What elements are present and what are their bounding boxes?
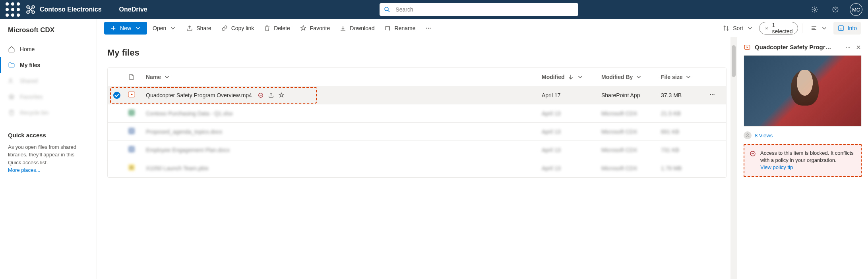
- file-name[interactable]: Contoso Purchasing Data - Q1.xlsx: [146, 110, 233, 117]
- info-icon: [837, 25, 845, 32]
- svg-point-25: [712, 94, 713, 95]
- nav-home[interactable]: Home: [0, 41, 97, 57]
- copy-link-button[interactable]: Copy link: [217, 22, 258, 35]
- svg-point-14: [814, 9, 816, 11]
- file-modified: April 13: [542, 147, 601, 153]
- svg-text:W: W: [130, 147, 134, 151]
- svg-point-26: [713, 94, 714, 95]
- new-button[interactable]: New: [104, 22, 147, 35]
- word-file-icon: W: [128, 145, 136, 153]
- app-name[interactable]: OneDrive: [114, 6, 152, 13]
- blocked-icon: [749, 150, 756, 157]
- favorite-label: Favorite: [310, 25, 330, 31]
- svg-point-24: [710, 94, 711, 95]
- row-checkbox[interactable]: [113, 92, 120, 99]
- file-modified: April 13: [542, 110, 601, 117]
- col-name[interactable]: Name: [146, 73, 542, 81]
- content-region: My files Name Modified: [97, 37, 737, 279]
- star-icon: [300, 25, 307, 32]
- file-row[interactable]: Quadcopter Safety Program Overview.mp4 A…: [108, 86, 726, 104]
- col-size[interactable]: File size: [661, 73, 709, 81]
- download-icon: [339, 25, 347, 32]
- download-button[interactable]: Download: [335, 22, 378, 35]
- svg-point-19: [428, 27, 429, 28]
- favorite-button[interactable]: Favorite: [296, 22, 334, 35]
- app-launcher-button[interactable]: [3, 0, 22, 19]
- rename-label: Rename: [395, 25, 416, 31]
- nav-label: Recycle bin: [20, 110, 48, 116]
- info-button[interactable]: Info: [833, 22, 861, 35]
- chevron-down-icon: [821, 25, 828, 32]
- file-name[interactable]: Proposed_agenda_topics.docx: [146, 129, 222, 135]
- file-modified: April 17: [542, 92, 601, 98]
- grid-header: Name Modified Modified By: [108, 68, 726, 86]
- selection-count: 1 selected: [772, 22, 793, 35]
- overflow-button[interactable]: [421, 22, 436, 35]
- svg-point-18: [426, 27, 427, 28]
- close-icon[interactable]: [855, 44, 862, 50]
- svg-point-37: [849, 47, 850, 48]
- star-icon[interactable]: [278, 92, 285, 98]
- delete-button[interactable]: Delete: [260, 22, 294, 35]
- selection-pill[interactable]: 1 selected: [759, 22, 798, 35]
- share-button[interactable]: Share: [182, 22, 215, 35]
- file-modified-by: Microsoft CDX: [601, 110, 661, 117]
- chevron-down-icon: [685, 73, 692, 81]
- col-modified-by-label: Modified By: [601, 74, 633, 80]
- nav-shared[interactable]: Shared: [0, 73, 97, 89]
- chevron-down-icon: [746, 25, 754, 32]
- file-name[interactable]: X1050 Launch Team.pbix: [146, 165, 209, 171]
- file-row[interactable]: W Proposed_agenda_topics.docx April 13 M…: [108, 123, 726, 141]
- col-modified-by[interactable]: Modified By: [601, 73, 661, 81]
- sort-button[interactable]: Sort: [719, 22, 758, 35]
- file-row[interactable]: X Contoso Purchasing Data - Q1.xlsx Apri…: [108, 104, 726, 123]
- col-icon[interactable]: [128, 73, 146, 81]
- search-icon: [384, 6, 391, 13]
- close-icon: [764, 26, 769, 31]
- plus-icon: [110, 25, 117, 32]
- file-size: 1.79 MB: [661, 165, 709, 171]
- file-name[interactable]: Quadcopter Safety Program Overview.mp4: [146, 92, 252, 98]
- search-input[interactable]: [395, 6, 574, 13]
- svg-point-38: [747, 134, 748, 135]
- help-button[interactable]: [827, 0, 844, 19]
- rename-button[interactable]: Rename: [380, 22, 420, 35]
- search-box[interactable]: [380, 3, 578, 16]
- sort-icon: [723, 25, 730, 32]
- view-options-button[interactable]: [806, 22, 832, 35]
- trash-icon: [264, 25, 271, 32]
- new-label: New: [120, 25, 131, 31]
- org-brand[interactable]: Contoso Electronics: [25, 4, 111, 15]
- scrollbar[interactable]: [730, 37, 737, 279]
- video-file-icon: [744, 44, 751, 50]
- file-modified: April 13: [542, 129, 601, 135]
- video-preview[interactable]: [744, 55, 862, 127]
- blocked-icon[interactable]: [258, 92, 264, 98]
- views-link[interactable]: 8 Views: [744, 131, 862, 139]
- col-modified[interactable]: Modified: [542, 73, 601, 81]
- svg-point-3: [6, 8, 9, 11]
- search-container: [380, 3, 578, 16]
- people-icon: [8, 77, 15, 85]
- settings-button[interactable]: [806, 0, 823, 19]
- policy-link[interactable]: View policy tip: [760, 164, 793, 170]
- command-bar: New Open Share Copy link Delete Favo: [97, 19, 868, 37]
- share-icon[interactable]: [268, 92, 274, 98]
- open-button[interactable]: Open: [149, 22, 180, 35]
- file-size: 37.3 MB: [661, 92, 709, 98]
- file-row[interactable]: X1050 Launch Team.pbix April 13 Microsof…: [108, 159, 726, 177]
- nav-favorites[interactable]: Favorites: [0, 89, 97, 105]
- more-places-link[interactable]: More places...: [8, 167, 41, 173]
- account-button[interactable]: MC: [847, 0, 865, 19]
- file-name[interactable]: Employee Engagement Plan.docx: [146, 147, 230, 153]
- file-row[interactable]: W Employee Engagement Plan.docx April 13…: [108, 141, 726, 159]
- list-icon: [810, 25, 818, 32]
- svg-point-7: [11, 13, 14, 17]
- avatar: MC: [850, 3, 862, 16]
- nav-my-files[interactable]: My files: [0, 57, 97, 73]
- more-icon[interactable]: [845, 44, 851, 50]
- delete-label: Delete: [274, 25, 290, 31]
- sort-label: Sort: [733, 25, 743, 31]
- row-more[interactable]: [709, 91, 725, 99]
- nav-recycle[interactable]: Recycle bin: [0, 105, 97, 121]
